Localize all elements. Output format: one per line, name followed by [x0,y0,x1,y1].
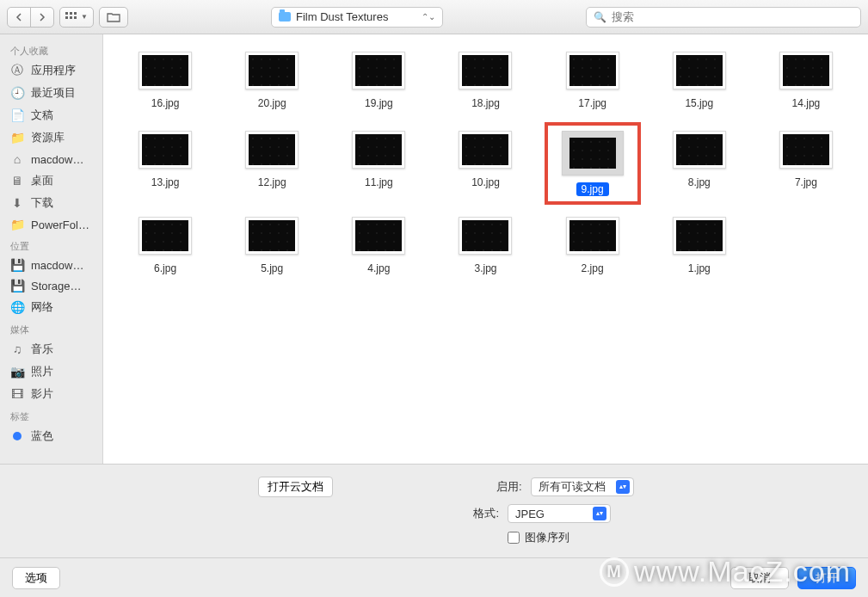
sidebar-item[interactable]: 📁PowerFol… [0,214,102,235]
search-icon: 🔍 [594,11,606,23]
svg-rect-0 [65,12,68,15]
file-thumbnail [459,217,512,255]
file-thumbnail [139,52,192,89]
file-name: 3.jpg [469,262,502,275]
open-cloud-button[interactable]: 打开云文档 [258,477,333,497]
sidebar-item[interactable]: 📁资源库 [0,126,102,149]
thumbnail-image [676,134,723,165]
file-item[interactable]: 7.jpg [753,131,859,196]
file-name: 2.jpg [576,262,609,275]
file-name: 9.jpg [576,182,609,196]
sidebar-section-title: 标签 [0,405,102,425]
file-item[interactable]: 20.jpg [219,52,325,110]
file-item[interactable]: 16.jpg [112,52,219,110]
sequence-input[interactable] [508,532,520,544]
sidebar-item[interactable]: 💾macdow… [0,255,102,275]
sidebar-section-title: 个人收藏 [0,40,102,59]
file-name: 16.jpg [146,96,185,110]
sidebar-item[interactable]: 📄文稿 [0,104,102,126]
sidebar-item[interactable]: 🌐网络 [0,296,102,318]
file-item[interactable]: 17.jpg [539,52,646,110]
file-item[interactable]: 15.jpg [646,52,753,110]
file-item[interactable]: 18.jpg [432,52,539,110]
file-item[interactable]: 11.jpg [325,131,432,196]
group-button[interactable] [99,7,128,28]
file-thumbnail [139,217,192,255]
file-grid-area[interactable]: 16.jpg20.jpg19.jpg18.jpg17.jpg15.jpg14.j… [103,34,868,464]
file-item[interactable]: 2.jpg [539,217,646,275]
svg-rect-3 [65,16,68,19]
sidebar-item[interactable]: 蓝色 [0,425,102,447]
file-name: 4.jpg [362,262,395,275]
file-name: 14.jpg [787,96,826,110]
file-item[interactable]: 14.jpg [753,52,859,110]
file-thumbnail [566,217,619,255]
sidebar-item-label: PowerFol… [31,218,89,231]
file-thumbnail [779,52,833,89]
options-button[interactable]: 选项 [12,567,60,589]
disk-icon: 💾 [10,279,24,292]
thumbnail-image [249,220,295,251]
thumbnail-image [142,134,188,165]
format-label: 格式: [17,506,499,521]
search-input[interactable] [612,10,853,23]
search-field[interactable]: 🔍 [586,7,861,28]
sidebar-item[interactable]: ⬇下载 [0,192,102,214]
thumbnail-image [462,220,508,251]
file-item[interactable]: 19.jpg [325,52,432,110]
updown-icon: ▴▾ [616,480,630,494]
thumbnail-image [462,55,508,86]
sidebar-item[interactable]: 🎞影片 [0,383,102,405]
cancel-button[interactable]: 取消 [730,567,789,589]
file-thumbnail [352,52,405,89]
sequence-label: 图像序列 [525,530,569,545]
app-icon: Ⓐ [10,64,24,77]
file-item[interactable]: 3.jpg [432,217,539,275]
options-panel: 打开云文档 启用: 所有可读文档 ▴▾ 格式: JPEG ▴▾ 图像序列 [0,464,868,557]
back-button[interactable] [7,7,31,28]
desktop-icon: 🖥 [10,174,24,188]
file-thumbnail [139,131,192,169]
sidebar-item[interactable]: 📷照片 [0,360,102,383]
file-item[interactable]: 5.jpg [219,217,325,275]
download-icon: ⬇ [10,196,24,210]
file-name: 10.jpg [466,175,505,189]
sidebar-item[interactable]: 🕘最近项目 [0,82,102,104]
file-thumbnail [459,131,512,169]
path-control[interactable]: Film Dust Textures ⌃⌄ [271,7,443,28]
file-item[interactable]: 8.jpg [646,131,753,196]
file-item[interactable]: 6.jpg [112,217,219,275]
main-area: 个人收藏Ⓐ应用程序🕘最近项目📄文稿📁资源库⌂macdow…🖥桌面⬇下载📁Powe… [0,34,868,464]
sidebar-item[interactable]: ♫音乐 [0,338,102,360]
file-thumbnail [562,131,624,175]
open-button[interactable]: 打开 [797,567,856,589]
file-item[interactable]: 12.jpg [219,131,325,196]
forward-button[interactable] [30,7,54,28]
file-name: 1.jpg [683,262,716,275]
thumbnail-image [249,134,295,165]
sidebar-item[interactable]: Ⓐ应用程序 [0,59,102,82]
svg-rect-2 [74,12,77,15]
file-item[interactable]: 9.jpg [539,131,646,196]
format-select[interactable]: JPEG ▴▾ [508,504,611,523]
file-item[interactable]: 4.jpg [325,217,432,275]
toolbar: ▼ Film Dust Textures ⌃⌄ 🔍 [0,0,868,34]
sidebar-item[interactable]: ⌂macdow… [0,149,102,169]
file-item[interactable]: 13.jpg [112,131,219,196]
sidebar-item[interactable]: 🖥桌面 [0,169,102,192]
enable-select[interactable]: 所有可读文档 ▴▾ [531,477,634,496]
file-name: 7.jpg [790,175,822,189]
tag-blue-icon [10,429,24,443]
sequence-checkbox[interactable]: 图像序列 [508,530,851,545]
file-item[interactable]: 1.jpg [646,217,753,275]
sidebar-section-title: 位置 [0,235,102,255]
enable-value: 所有可读文档 [539,479,606,495]
svg-rect-5 [74,16,77,19]
file-thumbnail [673,52,726,89]
sidebar-item-label: 桌面 [31,173,53,188]
file-item[interactable]: 10.jpg [432,131,539,196]
file-thumbnail [459,52,512,89]
view-mode-button[interactable]: ▼ [59,7,94,28]
sidebar-item-label: macdow… [31,259,83,272]
sidebar-item[interactable]: 💾Storage… [0,275,102,296]
